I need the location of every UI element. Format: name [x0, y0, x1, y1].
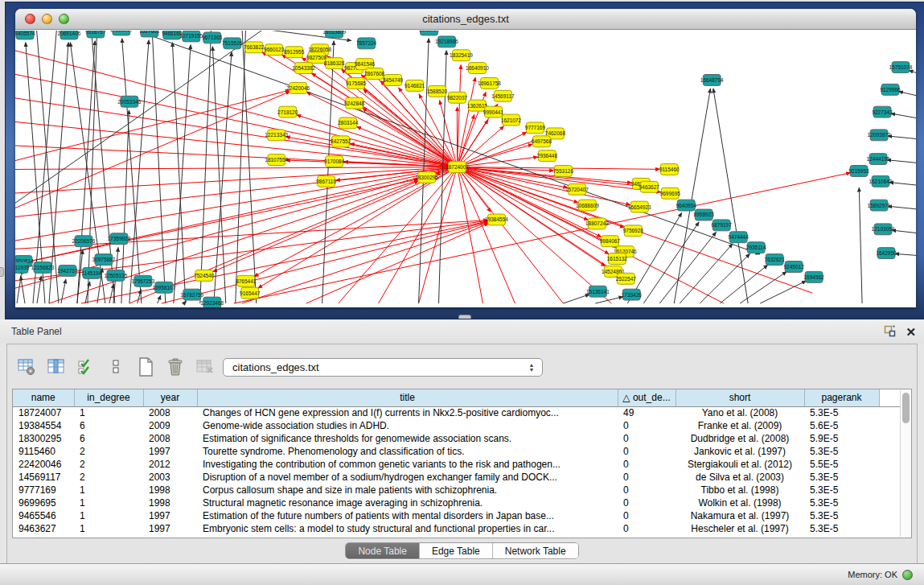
table-cell[interactable]: 2 — [74, 471, 143, 484]
table-cell[interactable]: 0 — [618, 419, 676, 432]
network-node[interactable]: 9660123 — [264, 44, 285, 56]
network-node[interactable]: 12103054 — [872, 224, 895, 235]
network-canvas[interactable]: 9405574206914069518757106532671527602946… — [15, 31, 916, 307]
scrollbar-thumb[interactable] — [902, 393, 910, 423]
table-cell[interactable]: 1998 — [143, 496, 197, 509]
float-panel-icon[interactable] — [883, 324, 896, 340]
table-cell[interactable]: 1 — [74, 406, 143, 419]
network-node[interactable]: 9165447 — [240, 287, 261, 299]
network-node[interactable]: 2522547 — [616, 273, 637, 284]
column-header-title[interactable]: title — [197, 389, 618, 406]
table-cell[interactable]: 1997 — [143, 509, 197, 522]
network-node[interactable]: 8765441 — [236, 275, 257, 286]
table-cell[interactable]: Dudbridge et al. (2008) — [676, 432, 804, 445]
tab-network-table[interactable]: Network Table — [493, 543, 578, 558]
network-node[interactable]: 8958923 — [694, 209, 715, 220]
table-cell[interactable]: Jankovic et al. (1997) — [676, 445, 804, 458]
network-node[interactable]: 9115460 — [659, 164, 680, 175]
table-cell[interactable]: 14569117 — [13, 471, 74, 484]
network-node[interactable]: 9640954 — [676, 200, 697, 211]
table-cell[interactable]: 6 — [74, 419, 143, 432]
network-node[interactable]: 12923468 — [200, 297, 224, 307]
column-header-short[interactable]: short — [676, 389, 804, 406]
network-node[interactable]: 9990441 — [483, 106, 504, 117]
column-header-in-degree[interactable]: in_degree — [74, 389, 143, 406]
table-cell[interactable]: 2009 — [143, 419, 197, 432]
table-cell[interactable]: 19384554 — [13, 419, 74, 432]
network-node[interactable]: 16782759 — [180, 289, 203, 300]
network-node[interactable]: 10543382 — [292, 63, 315, 74]
network-node[interactable]: 9699695 — [660, 187, 681, 199]
table-cell[interactable]: Changes of HCN gene expression and I(f) … — [197, 406, 618, 419]
table-cell[interactable]: 5.3E-5 — [804, 522, 879, 535]
network-node[interactable]: 1615132 — [607, 253, 628, 265]
table-cell[interactable]: 5.3E-5 — [804, 406, 879, 419]
table-cell[interactable]: 5.5E-5 — [804, 458, 879, 471]
network-node[interactable]: 9518757 — [85, 31, 106, 38]
network-node[interactable]: 12156823 — [31, 262, 55, 273]
column-header-year[interactable]: year — [143, 389, 197, 406]
network-node[interactable]: 3911939 — [15, 262, 30, 273]
table-cell[interactable]: 1 — [74, 509, 143, 522]
table-cell[interactable]: 6 — [74, 432, 143, 445]
network-node[interactable]: 9867110 — [316, 175, 336, 187]
network-node[interactable]: 8813054 — [419, 31, 440, 35]
table-cell[interactable]: 5.3E-5 — [804, 484, 879, 496]
table-cell[interactable]: 18724007 — [13, 406, 74, 419]
network-node[interactable]: 1527602 — [139, 31, 160, 37]
network-node[interactable]: 9984067 — [600, 236, 621, 247]
table-cell[interactable]: 5.3E-5 — [804, 445, 879, 458]
network-node[interactable]: 9129966 — [880, 84, 901, 95]
table-cell[interactable]: 5.9E-5 — [804, 432, 879, 445]
table-cell[interactable]: 0 — [618, 522, 676, 535]
table-cell[interactable]: Franke et al. (2009) — [676, 419, 804, 432]
network-node[interactable]: 18807243 — [585, 218, 609, 229]
table-cell[interactable]: 9777169 — [13, 484, 74, 496]
close-panel-icon[interactable]: ✕ — [906, 326, 916, 339]
network-node[interactable]: 19218986 — [435, 36, 458, 47]
network-node[interactable]: 12093872 — [868, 130, 891, 141]
table-cell[interactable]: 1997 — [143, 445, 197, 458]
network-node[interactable]: 2718120 — [277, 106, 298, 117]
table-row[interactable]: 1938455462009Genome-wide association stu… — [13, 419, 901, 432]
network-node[interactable]: 16654923 — [628, 201, 651, 212]
table-cell[interactable]: 22420046 — [13, 458, 74, 471]
table-cell[interactable]: 2012 — [143, 458, 197, 471]
network-node[interactable]: 30975887 — [92, 254, 115, 266]
table-cell[interactable]: 9463627 — [13, 522, 74, 535]
table-cell[interactable]: Stergiakouli et al. (2012) — [676, 458, 804, 471]
network-node[interactable]: 7857224 — [356, 38, 377, 49]
table-cell[interactable]: Structural magnetic resonance image aver… — [197, 496, 618, 509]
table-cell[interactable]: Genome-wide association studies in ADHD. — [197, 419, 618, 432]
table-cell[interactable]: 5.6E-5 — [804, 419, 879, 432]
show-columns-icon[interactable] — [47, 357, 66, 377]
create-column-icon[interactable] — [136, 357, 155, 377]
network-node[interactable]: 20206576 — [72, 236, 96, 247]
row-selection-icon[interactable] — [76, 357, 96, 377]
network-node[interactable]: 8454749 — [383, 75, 404, 86]
network-node[interactable]: 2935114 — [746, 242, 766, 253]
network-node[interactable]: 2867608 — [364, 68, 385, 80]
delete-icon[interactable] — [166, 357, 185, 377]
network-svg[interactable]: 9405574206914069518757106532671527602946… — [15, 31, 916, 307]
table-cell[interactable]: Estimation of significance thresholds fo… — [197, 432, 618, 445]
table-cell[interactable]: de Silva et al. (2003) — [676, 471, 804, 484]
network-node[interactable]: 6497568 — [532, 136, 552, 147]
table-cell[interactable]: 1998 — [143, 484, 197, 496]
network-node[interactable]: 12213343 — [265, 130, 288, 141]
network-window-titlebar[interactable]: citations_edges.txt — [15, 9, 916, 30]
network-node[interactable]: 15892971 — [868, 200, 891, 211]
table-cell[interactable]: 0 — [618, 509, 676, 522]
table-cell[interactable]: Corpus callosum shape and size in male p… — [197, 484, 618, 496]
network-node[interactable]: 9756928 — [623, 225, 644, 237]
network-node[interactable]: 1942757 — [57, 265, 78, 276]
table-cell[interactable]: 2008 — [143, 432, 197, 445]
network-node[interactable]: 16210643 — [869, 175, 893, 187]
network-node[interactable]: 6879197 — [712, 220, 733, 231]
network-node[interactable]: 9242848 — [344, 97, 365, 109]
table-cell[interactable]: 1 — [74, 522, 143, 535]
network-node[interactable]: 16648794 — [700, 75, 724, 86]
network-node[interactable]: 2936448 — [537, 150, 558, 162]
table-cell[interactable]: 5.3E-5 — [804, 471, 879, 484]
network-node[interactable]: 14569117 — [491, 90, 515, 101]
